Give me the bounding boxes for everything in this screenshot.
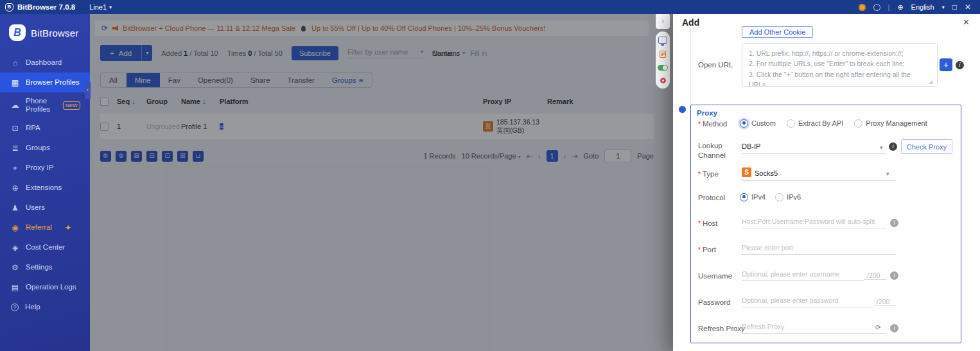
app-logo-icon: B [5,3,13,12]
chevron-down-icon: ▾ [942,4,945,10]
sidebar-collapse-handle[interactable]: ‹ [85,82,91,99]
titlebar: B BitBrowser 7.0.8 Line1 ▾ | ⊕ English ▾… [0,0,980,14]
coin-icon: ◉ [11,223,19,232]
username-info-icon[interactable]: i [890,271,898,280]
lookup-channel-label: Lookup Channel [698,141,731,160]
radio-proxy-management[interactable] [854,119,862,128]
required-asterisk: * [698,246,701,253]
refresh-proxy-info-icon[interactable]: i [890,324,898,332]
radio-custom[interactable] [740,119,748,128]
toggle-on-icon[interactable] [658,65,668,71]
add-other-cookie-button[interactable]: Add Other Cookie [742,26,813,38]
sparkle-icon: ✦ [65,223,71,232]
sidebar-nav: ⌂ Dashboard ▦ Browser Profiles ☁ Phone P… [0,53,90,317]
password-counter: /200 [877,298,889,305]
chevron-down-icon: ▾ [109,4,112,10]
brand: B BitBrowser [0,14,90,53]
socks5-icon: S [742,167,751,177]
lookup-channel-select[interactable]: DB-IP [742,142,886,154]
section-marker-dot [679,106,686,113]
sidebar-item-proxy-ip[interactable]: ⌖ Proxy IP [0,158,90,178]
robot-icon: ⊡ [11,124,19,133]
lookup-channel-info-icon[interactable]: i [889,142,897,151]
expand-panel-button[interactable]: › [656,13,670,29]
puzzle-icon: ⊕ [11,184,19,193]
sidebar-item-extensions[interactable]: ⊕ Extensions [0,178,90,198]
host-input[interactable] [742,218,886,228]
shield-icon: ◈ [11,243,19,252]
close-window-button[interactable]: ✕ [965,3,971,12]
password-underline [873,305,896,306]
record-icon[interactable] [660,78,666,83]
sidebar-item-users[interactable]: ♟ Users [0,198,90,218]
sidebar-item-operation-logs[interactable]: ▤ Operation Logs [0,277,90,297]
chevron-down-icon: ▾ [886,171,889,177]
modal-close-icon[interactable]: ✕ [963,17,970,27]
open-url-info-icon[interactable]: i [956,61,964,69]
line-selector[interactable]: Line1 ▾ [89,3,112,11]
add-url-button[interactable]: + [940,58,952,71]
location-pin-icon: ⌖ [11,164,19,173]
sidebar-item-rpa[interactable]: ⊡ RPA [0,118,90,138]
sidebar-item-dashboard[interactable]: ⌂ Dashboard [0,53,90,73]
brand-logo-icon: B [9,24,26,41]
host-info-icon[interactable]: i [890,219,898,227]
password-label: Password [698,298,731,306]
proxy-section-title: Proxy [697,109,717,117]
app-window: B BitBrowser 7.0.8 Line1 ▾ | ⊕ English ▾… [0,0,980,351]
cloud-phone-icon: ☁ [11,101,19,110]
username-counter: /200 [867,271,880,279]
maximize-button[interactable]: □ [952,3,957,12]
logs-icon: ▤ [11,283,19,292]
sidebar-item-help[interactable]: ? Help [0,297,90,317]
required-asterisk: * [698,171,701,178]
monitor-icon[interactable] [658,37,667,44]
globe-icon: ⊕ [897,3,903,12]
floating-side-toolbar: › IP [656,13,670,89]
refresh-icon[interactable]: ⟳ [875,323,881,332]
password-input[interactable] [742,296,873,307]
users-icon: ♟ [11,203,19,212]
sidebar-item-phone-profiles[interactable]: ☁ Phone Profiles NEW [0,92,90,118]
chevron-right-icon: › [661,17,664,24]
help-icon: ? [11,304,19,311]
sidebar: B BitBrowser ‹ ⌂ Dashboard ▦ Browser Pro… [0,14,90,351]
language-selector[interactable]: English [911,3,934,11]
add-profile-modal: Add ✕ Add Other Cookie Open URL ◢ + i Pr… [673,10,980,351]
gear-icon: ⚙ [11,263,19,272]
username-label: Username [698,272,732,280]
radio-ipv6[interactable] [775,193,783,201]
open-url-label: Open URL [698,61,733,69]
dashboard-icon: ⌂ [11,58,19,67]
sidebar-item-groups[interactable]: ≣ Groups [0,138,90,158]
port-input[interactable] [742,244,896,255]
host-label: *Host [698,219,718,227]
radio-extract-by-api[interactable] [787,119,795,128]
layers-icon: ≣ [11,144,19,153]
protocol-label: Protocol [698,194,725,201]
grid-icon: ▦ [11,78,19,87]
type-select[interactable]: Socks5 [755,169,896,180]
radio-ipv4[interactable] [740,193,748,201]
sidebar-item-referral[interactable]: ◉ Referral ✦ [0,218,90,237]
protocol-radio-group: IPv4 IPv6 [740,193,801,201]
sidebar-item-cost-center[interactable]: ◈ Cost Center [0,237,90,257]
refresh-proxy-input[interactable] [742,323,886,334]
titlebar-divider: | [888,3,890,11]
support-headset-icon[interactable] [873,4,880,11]
app-title: BitBrowser 7.0.8 [17,3,75,11]
promo-coin-icon[interactable] [859,4,866,11]
username-input[interactable] [742,270,864,281]
open-url-textarea[interactable] [742,43,938,87]
chevron-down-icon: ▾ [880,144,883,151]
refresh-proxy-label: Refresh Proxy [698,325,745,332]
check-proxy-button[interactable]: Check Proxy [901,139,952,154]
sidebar-item-browser-profiles[interactable]: ▦ Browser Profiles [0,73,90,92]
sidebar-item-settings[interactable]: ⚙ Settings [0,257,90,277]
method-label: *Method [698,120,727,128]
port-label: *Port [698,246,716,253]
username-underline [864,279,886,280]
required-asterisk: * [698,121,701,128]
brand-name: BitBrowser [31,28,79,39]
ip-lookup-icon[interactable]: IP [660,51,667,58]
